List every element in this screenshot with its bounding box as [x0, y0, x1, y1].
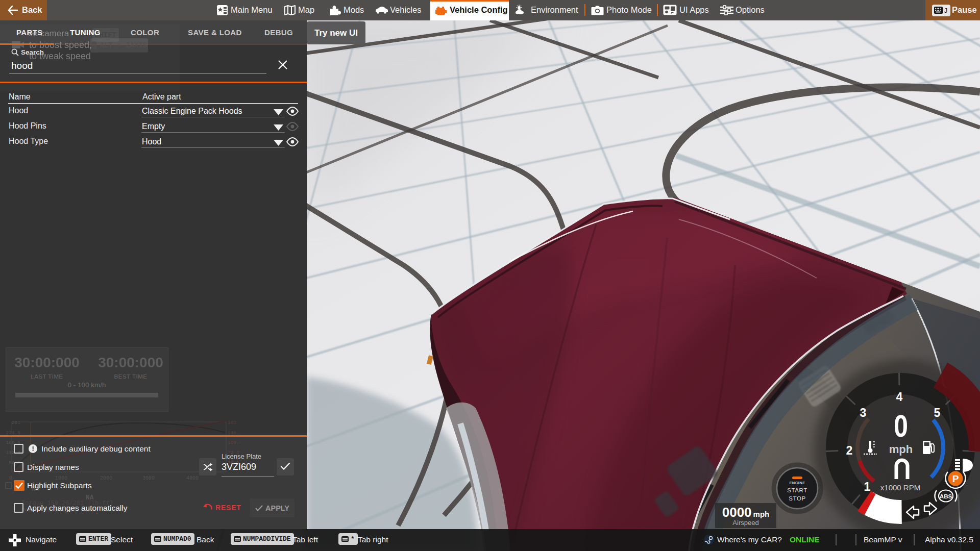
svg-text:ABS: ABS — [940, 493, 952, 499]
svg-text:1: 1 — [864, 480, 871, 493]
svg-text:0: 0 — [894, 408, 908, 443]
svg-text:x1000 RPM: x1000 RPM — [880, 483, 920, 492]
svg-text:2: 2 — [846, 444, 853, 457]
svg-text:mph: mph — [889, 443, 913, 456]
svg-text:START: START — [787, 487, 807, 493]
svg-text:3: 3 — [860, 406, 867, 419]
svg-text:4: 4 — [896, 390, 903, 404]
svg-text:ENGINE: ENGINE — [789, 481, 805, 485]
svg-text:STOP: STOP — [789, 495, 806, 502]
svg-text:281: 281 — [12, 420, 20, 425]
svg-text:P: P — [952, 473, 959, 484]
svg-text:183: 183 — [228, 420, 236, 425]
svg-text:5: 5 — [934, 406, 941, 419]
